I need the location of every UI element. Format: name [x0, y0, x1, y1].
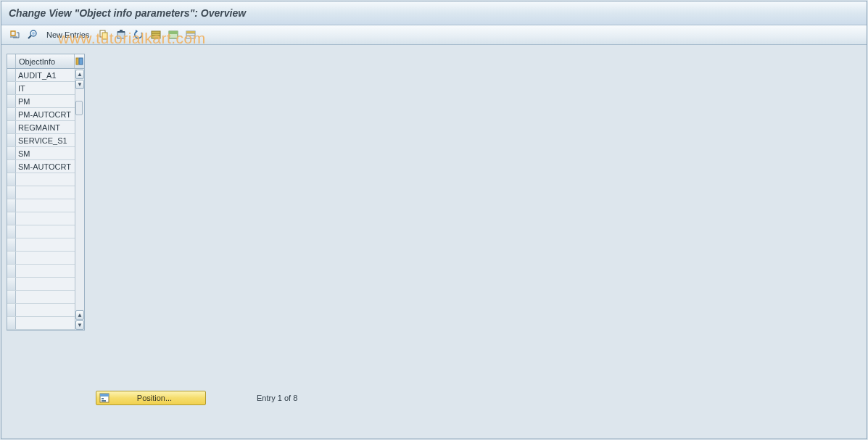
svg-rect-17 [76, 58, 78, 65]
svg-rect-8 [152, 31, 160, 38]
scroll-drag-handle[interactable] [75, 101, 83, 115]
row-selector[interactable] [7, 95, 16, 107]
cell-objectinfo[interactable]: SERVICE_S1 [16, 134, 75, 146]
table-row[interactable] [7, 252, 75, 265]
objectinfo-table: ObjectInfo AUDIT_A1 IT PM PM-AUTOCRT REG… [7, 54, 85, 331]
table-row[interactable] [7, 278, 75, 291]
cell-objectinfo[interactable] [16, 265, 75, 277]
svg-rect-22 [102, 400, 106, 402]
table-row[interactable] [7, 173, 75, 186]
table-row[interactable] [7, 317, 75, 330]
cell-objectinfo[interactable]: AUDIT_A1 [16, 69, 75, 81]
new-entries-button[interactable]: New Entries [42, 28, 94, 42]
row-selector[interactable] [7, 304, 16, 316]
select-all-button[interactable] [149, 28, 163, 42]
scroll-down-icon[interactable]: ▼ [75, 80, 84, 89]
position-button-label: Position... [114, 394, 205, 402]
cell-objectinfo[interactable] [16, 225, 75, 238]
cell-objectinfo[interactable] [16, 252, 75, 264]
table-row[interactable] [7, 291, 75, 304]
row-selector[interactable] [7, 108, 16, 120]
svg-rect-4 [102, 33, 107, 39]
table-header-row: ObjectInfo [7, 54, 84, 69]
svg-rect-16 [186, 31, 195, 33]
table-row[interactable]: PM-AUTOCRT [7, 108, 75, 121]
row-selector[interactable] [7, 317, 16, 329]
select-block-button[interactable] [166, 28, 181, 42]
table-row[interactable] [7, 265, 75, 278]
footer-bar: Position... Entry 1 of 8 [96, 391, 297, 405]
cell-objectinfo[interactable]: REGMAINT [16, 121, 75, 133]
row-selector[interactable] [7, 225, 16, 238]
row-selector[interactable] [7, 291, 16, 303]
svg-rect-12 [169, 31, 178, 34]
find-button[interactable] [25, 28, 39, 42]
scroll-down2-icon[interactable]: ▼ [75, 320, 84, 330]
delete-button[interactable] [114, 28, 128, 42]
row-selector[interactable] [7, 252, 16, 264]
cell-objectinfo[interactable]: PM [16, 95, 75, 107]
table-row[interactable] [7, 225, 75, 238]
vertical-scrollbar[interactable]: ▲ ▼ ▲ ▼ [75, 69, 84, 330]
row-selector[interactable] [7, 186, 16, 199]
row-selector[interactable] [7, 121, 16, 133]
cell-objectinfo[interactable] [16, 238, 75, 251]
cell-objectinfo[interactable]: SM-AUTOCRT [16, 160, 75, 173]
svg-rect-5 [117, 32, 125, 38]
deselect-all-button[interactable] [183, 28, 198, 42]
cell-objectinfo[interactable] [16, 186, 75, 199]
row-selector[interactable] [7, 69, 16, 81]
cell-objectinfo[interactable]: SM [16, 147, 75, 159]
row-selector[interactable] [7, 82, 16, 94]
cell-objectinfo[interactable] [16, 304, 75, 316]
table-row[interactable] [7, 199, 75, 212]
scroll-track[interactable] [75, 89, 84, 310]
cell-objectinfo[interactable]: PM-AUTOCRT [16, 108, 75, 120]
table-settings-button[interactable] [75, 54, 84, 68]
select-all-rows[interactable] [7, 54, 16, 68]
table-row[interactable]: AUDIT_A1 [7, 69, 75, 82]
cell-objectinfo[interactable] [16, 173, 75, 186]
svg-point-1 [32, 32, 35, 35]
row-selector[interactable] [7, 265, 16, 277]
cell-objectinfo[interactable]: IT [16, 82, 75, 94]
copy-as-button[interactable] [96, 28, 111, 42]
row-selector[interactable] [7, 278, 16, 290]
row-selector[interactable] [7, 147, 16, 159]
table-row[interactable] [7, 186, 75, 199]
position-button[interactable]: Position... [96, 391, 206, 405]
app-toolbar: New Entries [1, 25, 867, 45]
cell-objectinfo[interactable] [16, 212, 75, 225]
row-selector[interactable] [7, 160, 16, 173]
table-row[interactable] [7, 212, 75, 225]
undo-change-button[interactable] [131, 28, 146, 42]
entry-count-text: Entry 1 of 8 [257, 394, 297, 402]
table-row[interactable]: REGMAINT [7, 121, 75, 134]
table-row[interactable]: SERVICE_S1 [7, 134, 75, 147]
table-row[interactable] [7, 238, 75, 252]
page-title: Change View "Object info parameters": Ov… [9, 7, 246, 19]
column-header-objectinfo[interactable]: ObjectInfo [16, 54, 75, 68]
svg-rect-21 [102, 398, 104, 399]
cell-objectinfo[interactable] [16, 291, 75, 303]
cell-objectinfo[interactable] [16, 199, 75, 212]
other-view-button[interactable] [7, 28, 22, 42]
row-selector[interactable] [7, 173, 16, 186]
table-row[interactable]: SM-AUTOCRT [7, 160, 75, 173]
row-selector[interactable] [7, 199, 16, 212]
table-row[interactable]: PM [7, 95, 75, 108]
row-selector[interactable] [7, 238, 16, 251]
table-row[interactable]: SM [7, 147, 75, 160]
content-area: ObjectInfo AUDIT_A1 IT PM PM-AUTOCRT REG… [1, 46, 867, 439]
titlebar: Change View "Object info parameters": Ov… [1, 1, 867, 25]
row-selector[interactable] [7, 212, 16, 225]
svg-rect-18 [79, 58, 83, 65]
svg-line-2 [28, 36, 31, 38]
table-row[interactable]: IT [7, 82, 75, 95]
scroll-up-icon[interactable]: ▲ [75, 70, 84, 79]
row-selector[interactable] [7, 134, 16, 146]
cell-objectinfo[interactable] [16, 278, 75, 290]
cell-objectinfo[interactable] [16, 317, 75, 329]
scroll-up2-icon[interactable]: ▲ [75, 310, 84, 320]
table-row[interactable] [7, 304, 75, 317]
